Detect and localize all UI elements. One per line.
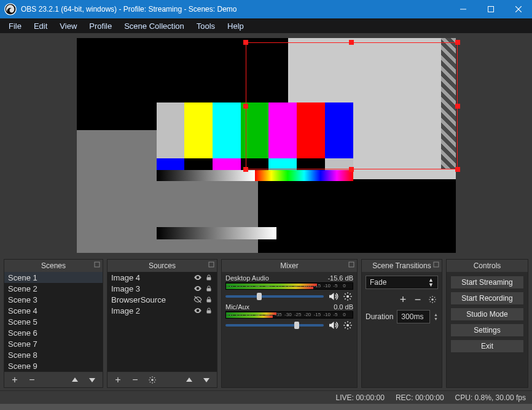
source-row[interactable]: Image 4 (108, 272, 217, 283)
source-row[interactable]: Image 2 (108, 305, 217, 316)
lock-icon[interactable] (205, 296, 213, 303)
transitions-title: Scene Transitions (372, 261, 431, 270)
popout-icon[interactable] (433, 261, 439, 268)
source-row[interactable]: Image 3 (108, 283, 217, 294)
selection-rect[interactable] (246, 42, 458, 169)
controls-title: Controls (474, 261, 501, 270)
eye-icon[interactable] (194, 306, 202, 315)
sources-list[interactable]: Image 4Image 3BrowserSourceImage 2 (108, 272, 217, 371)
scene-row[interactable]: Scene 6 (4, 327, 103, 338)
source-name: BrowserSource (111, 295, 191, 304)
mixer-channel: Mic/Aux0.0 dB-60-55-50-45-40-35-30-25-20… (225, 303, 353, 331)
level-meter: -60-55-50-45-40-35-30-25-20-15-10-50 (225, 282, 353, 290)
gear-icon[interactable] (342, 291, 353, 302)
maximize-button[interactable] (477, 0, 504, 18)
status-cpu: CPU: 0.8%, 30.00 fps (455, 393, 526, 402)
svg-rect-7 (207, 277, 211, 280)
selection-handle[interactable] (243, 40, 248, 45)
start-streaming-button[interactable]: Start Streaming (450, 276, 524, 289)
selection-handle[interactable] (349, 40, 354, 45)
transition-properties-button[interactable] (427, 294, 438, 305)
selection-handle[interactable] (243, 167, 248, 172)
channel-name: Mic/Aux (225, 303, 249, 311)
scenes-header: Scenes (4, 260, 103, 272)
lock-icon[interactable] (205, 285, 213, 292)
selection-handle[interactable] (349, 167, 354, 172)
source-down-button[interactable] (200, 376, 213, 384)
sources-header: Sources (108, 260, 217, 272)
svg-point-12 (151, 379, 154, 381)
menu-edit[interactable]: Edit (29, 20, 52, 32)
selection-handle[interactable] (455, 104, 460, 109)
svg-point-15 (346, 324, 349, 327)
scenes-toolbar: + − (4, 371, 103, 387)
remove-source-button[interactable]: − (128, 374, 142, 385)
sources-title: Sources (149, 261, 176, 270)
transitions-header: Scene Transitions (362, 260, 442, 272)
lock-icon[interactable] (205, 307, 213, 314)
scenes-title: Scenes (41, 261, 66, 270)
source-gray-mid[interactable] (157, 227, 276, 239)
popout-icon[interactable] (208, 261, 214, 268)
eye-icon[interactable] (194, 284, 202, 293)
status-live: LIVE: 00:00:00 (335, 393, 384, 402)
source-properties-button[interactable] (146, 376, 159, 384)
gear-icon[interactable] (342, 320, 353, 331)
add-transition-button[interactable]: + (397, 294, 409, 305)
menu-help[interactable]: Help (222, 20, 249, 32)
menu-view[interactable]: View (55, 20, 82, 32)
svg-rect-5 (95, 262, 100, 267)
popout-icon[interactable] (94, 261, 100, 268)
window-title: OBS 23.2.1 (64-bit, windows) - Profile: … (21, 5, 449, 14)
mixer-body: Desktop Audio-15.6 dB-60-55-50-45-40-35-… (222, 272, 357, 333)
scene-row[interactable]: Scene 3 (4, 294, 103, 305)
menu-tools[interactable]: Tools (192, 20, 220, 32)
popout-icon[interactable] (348, 261, 354, 268)
selection-handle[interactable] (455, 167, 460, 172)
scene-row[interactable]: Scene 9 (4, 360, 103, 371)
lock-icon[interactable] (205, 274, 213, 281)
duration-spinner[interactable]: ▲▼ (434, 312, 438, 321)
source-up-button[interactable] (182, 376, 196, 384)
menu-file[interactable]: File (4, 20, 26, 32)
menu-scene-collection[interactable]: Scene Collection (119, 20, 189, 32)
preview-canvas[interactable] (77, 38, 456, 253)
minimize-button[interactable] (449, 0, 477, 18)
eye-icon[interactable] (194, 273, 202, 282)
selection-handle[interactable] (243, 104, 248, 109)
channel-db: 0.0 dB (334, 303, 353, 311)
source-row[interactable]: BrowserSource (108, 294, 217, 305)
scene-row[interactable]: Scene 1 (4, 272, 103, 283)
duration-input[interactable]: 300ms (397, 310, 430, 323)
volume-slider[interactable] (225, 324, 324, 327)
remove-transition-button[interactable]: − (412, 294, 423, 305)
settings-button[interactable]: Settings (450, 323, 524, 337)
status-rec: REC: 00:00:00 (396, 393, 444, 402)
close-button[interactable] (504, 0, 532, 18)
studio-mode-button[interactable]: Studio Mode (450, 308, 524, 321)
scene-row[interactable]: Scene 7 (4, 338, 103, 349)
volume-slider[interactable] (225, 295, 324, 298)
sources-toolbar: + − (108, 371, 217, 387)
speaker-icon[interactable] (327, 320, 338, 331)
transition-select[interactable]: Fade ▲▼ (366, 276, 438, 289)
scene-down-button[interactable] (85, 376, 99, 384)
speaker-icon[interactable] (327, 291, 338, 302)
menu-profile[interactable]: Profile (84, 20, 117, 32)
mixer-header: Mixer (222, 260, 357, 272)
scene-row[interactable]: Scene 2 (4, 283, 103, 294)
scene-row[interactable]: Scene 5 (4, 316, 103, 327)
start-recording-button[interactable]: Start Recording (450, 292, 524, 305)
remove-scene-button[interactable]: − (25, 374, 39, 385)
scene-up-button[interactable] (68, 376, 82, 384)
channel-db: -15.6 dB (327, 274, 353, 282)
scene-row[interactable]: Scene 8 (4, 349, 103, 360)
exit-button[interactable]: Exit (450, 339, 524, 353)
add-source-button[interactable]: + (111, 374, 125, 385)
scene-row[interactable]: Scene 4 (4, 305, 103, 316)
add-scene-button[interactable]: + (8, 374, 22, 385)
mixer-title: Mixer (280, 261, 298, 270)
selection-handle[interactable] (455, 40, 460, 45)
eye-off-icon[interactable] (194, 295, 202, 304)
scenes-list[interactable]: Scene 1Scene 2Scene 3Scene 4Scene 5Scene… (4, 272, 103, 371)
